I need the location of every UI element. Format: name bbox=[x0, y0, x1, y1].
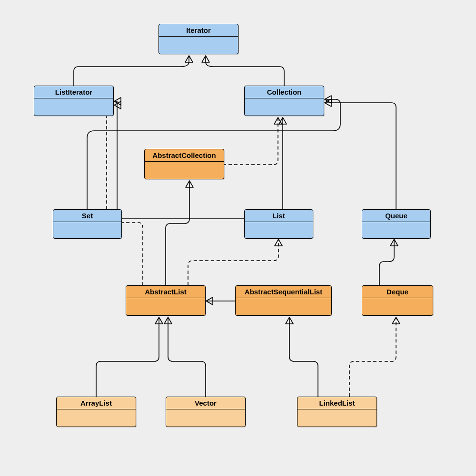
node-abstractsequentiallist: AbstractSequentialList bbox=[235, 285, 332, 316]
node-label: AbstractList bbox=[126, 286, 205, 298]
edge-arraylist-abstractlist bbox=[96, 318, 159, 397]
node-iterator: Iterator bbox=[159, 24, 238, 54]
node-label: List bbox=[245, 210, 313, 222]
edge-deque-queue bbox=[379, 240, 394, 285]
edge-listiterator-iterator bbox=[74, 56, 189, 86]
node-label: AbstractCollection bbox=[145, 149, 224, 162]
node-deque: Deque bbox=[362, 285, 433, 316]
node-linkedlist: LinkedList bbox=[297, 397, 377, 427]
node-listiterator: ListIterator bbox=[34, 86, 114, 116]
node-label: AbstractSequentialList bbox=[236, 286, 331, 298]
edge-abstractlist-list bbox=[188, 240, 278, 285]
node-arraylist: ArrayList bbox=[56, 397, 136, 427]
edge-collection-iterator bbox=[206, 56, 284, 86]
edge-abstractcollection-collection bbox=[223, 118, 278, 165]
node-label: LinkedList bbox=[298, 397, 377, 409]
node-abstractcollection: AbstractCollection bbox=[144, 149, 224, 179]
diagram-canvas: Collection (dashed, bottom) --> List (da… bbox=[0, 0, 476, 476]
node-label: Queue bbox=[362, 210, 430, 222]
node-label: Deque bbox=[362, 286, 433, 298]
node-label: Collection bbox=[245, 86, 324, 98]
node-abstractlist: AbstractList bbox=[126, 285, 206, 316]
node-queue: Queue bbox=[362, 209, 431, 239]
node-label: ArrayList bbox=[57, 397, 136, 409]
node-set: Set bbox=[53, 209, 122, 239]
node-label: Vector bbox=[166, 397, 245, 409]
edge-linkedlist-deque bbox=[349, 318, 396, 397]
node-label: ListIterator bbox=[34, 86, 113, 98]
edge-vector-abstractlist bbox=[168, 318, 206, 397]
node-label: Set bbox=[53, 210, 121, 222]
edge-abstractlist-abstractcollection bbox=[166, 181, 189, 285]
node-list: List bbox=[244, 209, 313, 239]
edge-abstractlist-listiterator bbox=[107, 105, 143, 285]
edge-queue-collection bbox=[325, 103, 396, 209]
node-vector: Vector bbox=[166, 397, 246, 427]
node-label: Iterator bbox=[159, 24, 238, 37]
edge-linkedlist-abstractsequentiallist bbox=[289, 318, 318, 397]
node-collection: Collection bbox=[244, 86, 324, 116]
